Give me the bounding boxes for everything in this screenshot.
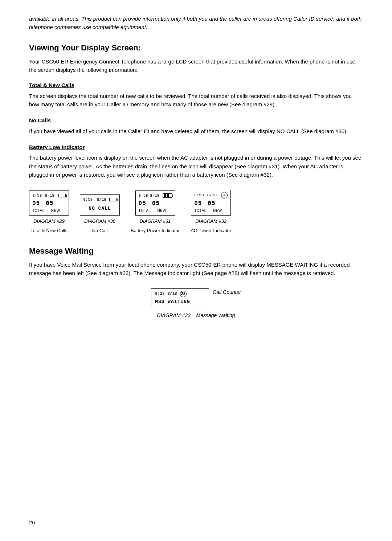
total-new-calls-title: Total & New Calls [29,81,363,90]
lcd-31-label2: NEW [157,208,166,213]
lcd-29-time: 8:58 [32,193,42,199]
battery-full-icon [163,193,172,198]
diagram-29-label: DIAGRAM #29 [33,218,65,225]
battery-low-title: Battery Low Indicator [29,143,363,152]
lcd-33-date: 8/18 [167,291,177,297]
viewing-body: Your CSC50-ER Emergency Connect Telephon… [29,57,363,74]
subsection-total-new-calls: Total & New Calls The screen displays th… [29,81,363,108]
viewing-title: Viewing Your Display Screen: [29,42,363,54]
diagram-30-sublabel: No Call [92,227,108,234]
message-waiting-section: Message Waiting If you have Voice Mail S… [29,245,363,319]
lcd-33-top: 8:28 8/18 28 [155,291,205,297]
intro-text: available in all areas. This product can… [29,15,363,32]
call-counter-label: Call Counter [213,288,241,296]
lcd-29-main2: 05 [46,199,53,208]
subsection-battery-low: Battery Low Indicator The battery power … [29,143,363,179]
no-calls-body: If you have viewed all of your calls in … [29,127,363,135]
battery-small-icon [58,194,66,197]
page-number: 26 [29,519,35,527]
diagram-31: 8:58 8-18 05 05 TOTAL [131,190,180,234]
viewing-section: Viewing Your Display Screen: Your CSC50-… [29,42,363,179]
diagram-32: 8:58 8-18 ⏚ 05 05 TOTAL NEW DIAGRAM #32 … [191,190,231,234]
total-new-calls-body: The screen displays the total number of … [29,92,363,109]
lcd-29-main1: 05 [32,199,40,208]
lcd-33-main: MSG WAITING [155,298,205,306]
diagram-32-sublabel: AC Power Indicator [191,227,231,234]
lcd-32-main2: 05 [208,199,215,208]
lcd-32-label1: TOTAL [194,208,207,213]
lcd-33-time: 8:28 [155,291,164,297]
lcd-32-label2: NEW [213,208,222,213]
lcd-29-label1: TOTAL [32,208,45,213]
diagram-31-label: DIAGRAM #31 [140,218,171,225]
lcd-31-main1: 05 [139,199,146,208]
lcd-29-label2: NEW [51,208,60,213]
subsection-no-calls: No Calls If you have viewed all of your … [29,116,363,135]
lcd-30-time: 8:58 [83,197,93,203]
diagram-30-label: DIAGRAM #30 [84,218,115,225]
diagram-33-row: 8:28 8/18 28 MSG WAITING Call Counter [151,288,241,308]
lcd-31-label1: TOTAL [139,208,151,213]
lcd-31-time: 8:58 [139,193,148,199]
plug-icon: ⏚ [221,192,228,198]
battery-small-icon-30 [109,198,117,201]
no-calls-title: No Calls [29,116,363,125]
message-waiting-title: Message Waiting [29,245,363,257]
battery-low-body: The battery power level icon is display … [29,153,363,179]
diagrams-row: 8:58 8-18 05 05 TOTAL NEW DIAGRAM #29 To… [29,190,363,234]
call-counter-badge: 28 [180,291,187,297]
diagram-33-container: 8:28 8/18 28 MSG WAITING Call Counter DI… [29,288,363,320]
lcd-30-nocall: NO CALL [83,204,117,214]
lcd-30-date: 8/18 [97,197,106,203]
diagram-33-label: DIAGRAM #33 – Message Waiting [157,312,235,319]
lcd-32-date: 8-18 [207,192,217,198]
message-waiting-body: If you have Voice Mail Service from your… [29,261,363,278]
diagram-29: 8:58 8-18 05 05 TOTAL NEW DIAGRAM #29 To… [29,190,69,234]
diagram-31-sublabel: Battery Power Indicator [131,227,180,234]
lcd-33: 8:28 8/18 28 MSG WAITING [151,288,209,308]
lcd-32-time: 8:58 [194,192,204,198]
lcd-30: 8:58 8/18 NO CALL [80,194,120,216]
lcd-32: 8:58 8-18 ⏚ 05 05 TOTAL NEW [191,190,231,216]
lcd-29: 8:58 8-18 05 05 TOTAL NEW [29,190,69,216]
lcd-32-main1: 05 [194,199,202,208]
diagram-30: 8:58 8/18 NO CALL DIAGRAM #30 No Call [80,194,120,234]
lcd-31-main2: 05 [152,199,160,208]
diagram-32-label: DIAGRAM #32 [195,218,226,225]
diagram-29-sublabel: Total & New Calls [30,227,68,234]
lcd-31-date: 8-18 [150,193,159,199]
lcd-31: 8:58 8-18 05 05 TOTAL [135,190,175,216]
lcd-29-date: 8-18 [45,193,54,199]
